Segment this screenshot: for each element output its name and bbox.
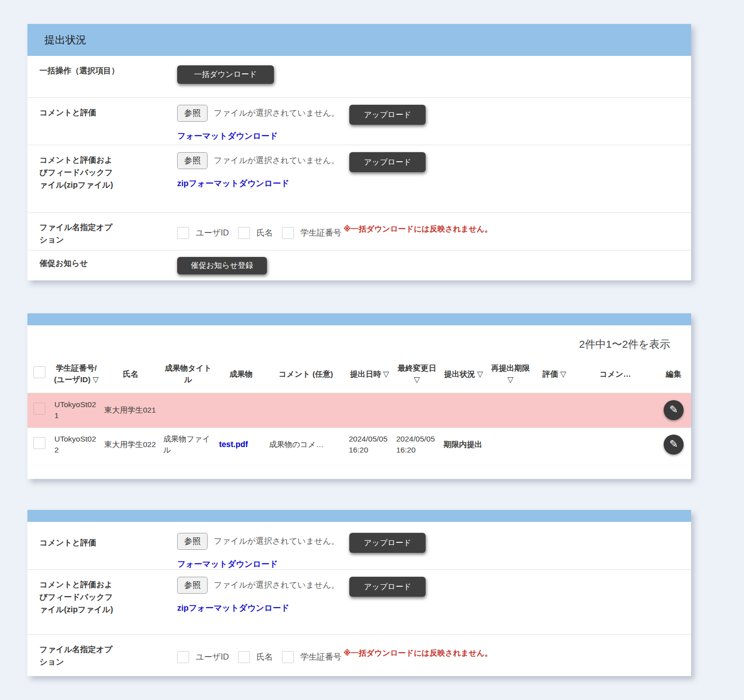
student-id-cell: UTokyoSt022 — [51, 428, 101, 461]
name-checkbox-label: 氏名 — [256, 652, 273, 663]
student-id-checkbox[interactable] — [282, 227, 294, 239]
row-select-checkbox[interactable] — [33, 437, 45, 449]
filename-option-row: ファイル名指定オプション ユーザID 氏名 学生証番号 ※一括ダウンロードには反… — [27, 634, 691, 676]
col-work-file: 成果物 — [216, 357, 266, 393]
pencil-icon: ✎ — [669, 437, 678, 451]
table-header-row: 学生証番号/(ユーザID) ▽ 氏名 成果物タイトル 成果物 コメント (任意)… — [27, 357, 691, 393]
lower-actions-panel: コメントと評価 参照 ファイルが選択されていません。 アップロード フォーマット… — [27, 510, 691, 676]
reminder-register-button[interactable]: 催促お知らせ登録 — [177, 257, 267, 274]
select-all-checkbox[interactable] — [33, 366, 45, 378]
status-cell: 期限内提出 — [441, 428, 487, 461]
zip-format-download-link[interactable]: zipフォーマットダウンロード — [177, 178, 289, 189]
col-name: 氏名 — [101, 357, 160, 393]
bulk-download-note: ※一括ダウンロードには反映されません。 — [343, 648, 492, 659]
col-modified-at[interactable]: 最終変更日 ▽ — [393, 357, 441, 393]
submitted-at-cell: 2024/05/05 16:20 — [346, 428, 393, 461]
reminder-row: 催促お知らせ 催促お知らせ登録 — [27, 250, 691, 280]
work-title-cell — [160, 393, 216, 428]
no-file-selected-text: ファイルが選択されていません。 — [214, 580, 339, 591]
comment-grade-zip-row: コメントと評価およびフィードバックファイル(zipファイル) 参照 ファイルが選… — [27, 145, 691, 212]
col-comment2: コメン… — [574, 357, 656, 393]
work-file-link[interactable]: test.pdf — [219, 440, 248, 449]
row-select-checkbox[interactable] — [33, 403, 45, 415]
no-file-selected-text: ファイルが選択されていません。 — [214, 536, 339, 547]
student-id-checkbox[interactable] — [282, 651, 294, 663]
comment-cell: 成果物のコメ… — [266, 428, 346, 461]
reminder-label: 催促お知らせ — [39, 257, 119, 270]
browse-button[interactable]: 参照 — [177, 533, 208, 550]
grade-cell — [534, 393, 574, 428]
results-table-panel: 2件中1〜2件を表示 学生証番号/(ユーザID) ▽ 氏名 成果物タイトル 成果… — [27, 313, 691, 479]
resubmit-deadline-cell — [487, 393, 534, 428]
modified-at-cell: 2024/05/05 16:20 — [393, 428, 441, 461]
user-id-checkbox[interactable] — [177, 227, 189, 239]
name-checkbox[interactable] — [238, 651, 250, 663]
name-cell: 東大用学生021 — [101, 393, 160, 428]
table-row: UTokyoSt021 東大用学生021 ✎ — [27, 393, 691, 428]
upload-button[interactable]: アップロード — [349, 105, 426, 125]
pencil-icon: ✎ — [669, 402, 678, 417]
col-resubmit-deadline[interactable]: 再提出期限 ▽ — [487, 357, 534, 393]
format-download-link[interactable]: フォーマットダウンロード — [177, 131, 278, 142]
resubmit-deadline-cell — [487, 428, 534, 461]
file-input: 参照 ファイルが選択されていません。 — [177, 152, 339, 169]
submission-status-panel: 提出状況 一括操作（選択項目） 一括ダウンロード コメントと評価 参照 ファイル… — [27, 24, 691, 280]
file-input: 参照 ファイルが選択されていません。 — [177, 577, 339, 594]
filename-option-label: ファイル名指定オプション — [39, 644, 119, 669]
submitted-at-cell — [346, 393, 393, 428]
name-cell: 東大用学生022 — [101, 428, 160, 461]
panel-top-bar — [27, 313, 691, 325]
comment2-cell — [574, 428, 656, 461]
table-row: UTokyoSt022 東大用学生022 成果物ファイル test.pdf 成果… — [27, 428, 691, 461]
user-id-checkbox-label: ユーザID — [196, 652, 229, 663]
comment-grade-row: コメントと評価 参照 ファイルが選択されていません。 アップロード フォーマット… — [27, 522, 691, 569]
upload-button[interactable]: アップロード — [349, 577, 426, 597]
result-count-text: 2件中1〜2件を表示 — [27, 325, 691, 357]
col-comment: コメント (任意) — [266, 357, 346, 393]
browse-button[interactable]: 参照 — [177, 577, 208, 594]
name-checkbox[interactable] — [238, 227, 250, 239]
col-edit: 編集 — [656, 357, 691, 393]
bulk-operation-row: 一括操作（選択項目） 一括ダウンロード — [27, 56, 691, 97]
user-id-checkbox-label: ユーザID — [196, 228, 229, 238]
format-download-link[interactable]: フォーマットダウンロード — [177, 559, 278, 570]
panel-title: 提出状況 — [27, 24, 691, 56]
no-file-selected-text: ファイルが選択されていません。 — [214, 108, 339, 119]
work-file-cell — [216, 393, 266, 428]
col-submitted-at[interactable]: 提出日時 ▽ — [346, 357, 393, 393]
col-student-id[interactable]: 学生証番号/(ユーザID) ▽ — [51, 357, 101, 393]
user-id-checkbox[interactable] — [177, 651, 189, 663]
name-checkbox-label: 氏名 — [256, 228, 273, 238]
upload-button[interactable]: アップロード — [349, 533, 426, 553]
edit-button[interactable]: ✎ — [664, 400, 684, 420]
comment-grade-zip-row: コメントと評価およびフィードバックファイル(zipファイル) 参照 ファイルが選… — [27, 569, 691, 634]
browse-button[interactable]: 参照 — [177, 105, 208, 122]
filename-option-row: ファイル名指定オプション ユーザID 氏名 学生証番号 ※一括ダウンロードには反… — [27, 212, 691, 250]
comment-cell — [266, 393, 346, 428]
panel-top-bar — [27, 510, 691, 522]
comment2-cell — [574, 393, 656, 428]
no-file-selected-text: ファイルが選択されていません。 — [214, 155, 339, 166]
col-grade[interactable]: 評価 ▽ — [534, 357, 574, 393]
file-input: 参照 ファイルが選択されていません。 — [177, 105, 339, 122]
col-status[interactable]: 提出状況 ▽ — [441, 357, 487, 393]
status-cell — [441, 393, 487, 428]
upload-button[interactable]: アップロード — [349, 152, 426, 172]
zip-format-download-link[interactable]: zipフォーマットダウンロード — [177, 603, 289, 614]
student-id-cell: UTokyoSt021 — [51, 393, 101, 428]
bulk-operation-label: 一括操作（選択項目） — [39, 65, 119, 77]
filename-option-label: ファイル名指定オプション — [39, 222, 119, 246]
student-id-checkbox-label: 学生証番号 — [300, 228, 342, 238]
comment-grade-label: コメントと評価 — [39, 537, 119, 549]
bulk-download-note: ※一括ダウンロードには反映されません。 — [343, 224, 492, 234]
comment-grade-zip-label: コメントと評価およびフィードバックファイル(zipファイル) — [39, 154, 119, 191]
browse-button[interactable]: 参照 — [177, 152, 208, 169]
edit-button[interactable]: ✎ — [664, 435, 684, 455]
comment-grade-label: コメントと評価 — [39, 107, 119, 119]
submissions-table: 学生証番号/(ユーザID) ▽ 氏名 成果物タイトル 成果物 コメント (任意)… — [27, 357, 691, 461]
student-id-checkbox-label: 学生証番号 — [300, 652, 342, 663]
bulk-download-button[interactable]: 一括ダウンロード — [177, 65, 274, 84]
modified-at-cell — [393, 393, 441, 428]
comment-grade-row: コメントと評価 参照 ファイルが選択されていません。 アップロード フォーマット… — [27, 97, 691, 145]
comment-grade-zip-label: コメントと評価およびフィードバックファイル(zipファイル) — [39, 579, 119, 616]
